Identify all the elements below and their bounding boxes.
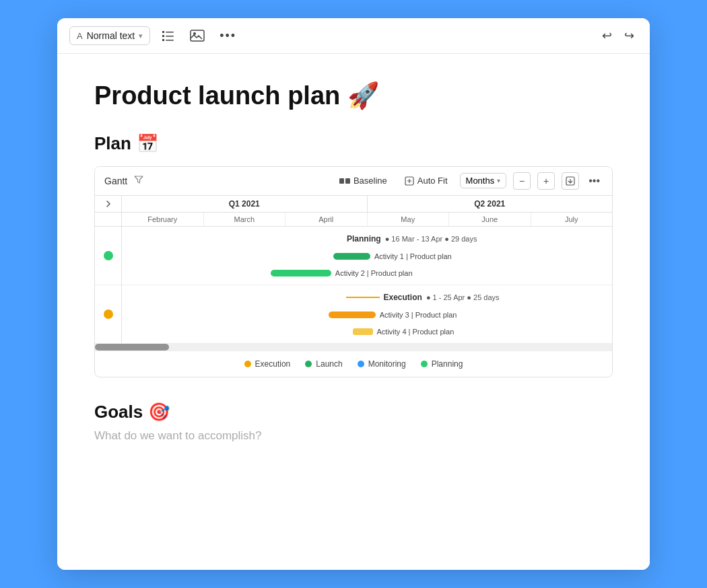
planning-header-label: Planning (347, 234, 381, 244)
month-may: May (368, 213, 450, 226)
plan-heading-text: Plan (94, 133, 131, 154)
month-mar: March (204, 213, 286, 226)
more-options-button[interactable]: ••• (216, 26, 240, 46)
gantt-scrollbar[interactable] (95, 344, 612, 351)
execution-header-row: Execution ● 1 - 25 Apr ● 25 days (126, 291, 608, 304)
gantt-toolbar: Gantt Baseline (95, 167, 612, 196)
export-button[interactable] (562, 172, 579, 190)
image-icon-button[interactable] (187, 26, 208, 46)
execution-header-bar (346, 297, 380, 298)
gantt-legend: Execution Launch Monitoring Planning (95, 351, 612, 377)
svg-rect-9 (345, 178, 350, 184)
planning-header-meta: ● 16 Mar - 13 Apr ● 29 days (385, 235, 477, 243)
activity-2-label: Activity 2 | Product plan (335, 269, 413, 277)
plan-heading-icon: 📅 (137, 133, 158, 154)
planning-dot (104, 251, 113, 260)
ellipsis-icon: ••• (220, 29, 236, 43)
activity-3-bar (329, 311, 376, 318)
baseline-button[interactable]: Baseline (334, 174, 393, 188)
goals-placeholder[interactable]: What do we want to accomplish? (94, 429, 613, 443)
legend-monitoring-label: Monitoring (368, 359, 406, 369)
gantt-toggle-button[interactable] (95, 196, 122, 212)
filter-icon[interactable] (134, 175, 143, 186)
legend-execution-dot (244, 361, 251, 367)
month-jul: July (531, 213, 613, 226)
months-label: Months (466, 176, 495, 186)
zoom-out-button[interactable]: − (513, 172, 531, 190)
autofit-button[interactable]: Auto Fit (399, 174, 453, 188)
redo-button[interactable]: ↪ (621, 25, 638, 46)
execution-activity-4-row: Activity 4 | Product plan (126, 326, 608, 338)
svg-rect-0 (162, 31, 164, 33)
plus-icon: + (543, 176, 549, 186)
planning-section: Planning ● 16 Mar - 13 Apr ● 29 days Act… (95, 227, 612, 285)
quarter-q2: Q2 2021 (368, 196, 613, 212)
activity-3-label: Activity 3 | Product plan (380, 311, 457, 319)
list-icon-button[interactable] (158, 26, 178, 45)
planning-rows: Planning ● 16 Mar - 13 Apr ● 29 days Act… (122, 227, 612, 285)
activity-4-bar (353, 328, 373, 335)
text-style-dropdown[interactable]: A Normal text ▾ (69, 26, 150, 45)
svg-rect-1 (166, 32, 174, 33)
svg-rect-3 (166, 36, 174, 37)
goals-heading: Goals 🎯 (94, 402, 613, 422)
svg-rect-4 (162, 39, 164, 41)
legend-launch: Launch (305, 359, 342, 369)
minus-icon: − (519, 176, 525, 186)
gantt-scrollbar-thumb[interactable] (95, 344, 169, 351)
svg-rect-2 (162, 35, 164, 37)
chevron-down-icon: ▾ (139, 32, 143, 40)
execution-section: Execution ● 1 - 25 Apr ● 25 days Activit… (95, 285, 612, 344)
planning-activity-2-row: Activity 2 | Product plan (126, 267, 608, 279)
gantt-label: Gantt (104, 176, 127, 186)
legend-launch-dot (305, 361, 312, 367)
execution-indicator (95, 285, 122, 343)
planning-indicator (95, 227, 122, 285)
gantt-widget: Gantt Baseline (94, 166, 613, 377)
undo-icon: ↩ (602, 28, 612, 43)
activity-1-bar (333, 253, 370, 260)
execution-activity-3-row: Activity 3 | Product plan (126, 309, 608, 321)
gantt-more-button[interactable]: ••• (586, 174, 603, 188)
month-feb: February (122, 213, 204, 226)
legend-execution-label: Execution (255, 359, 291, 369)
execution-header-label: Execution (384, 293, 422, 302)
page-content: Product launch plan 🚀 Plan 📅 Gantt (57, 54, 650, 570)
execution-rows: Execution ● 1 - 25 Apr ● 25 days Activit… (122, 285, 612, 343)
plan-section: Plan 📅 Gantt (94, 133, 613, 377)
toolbar: A Normal text ▾ ••• (57, 18, 650, 54)
text-format-icon: A (77, 31, 83, 41)
legend-planning-dot (421, 361, 428, 367)
autofit-label: Auto Fit (417, 176, 448, 186)
zoom-in-button[interactable]: + (537, 172, 555, 190)
baseline-label: Baseline (354, 176, 387, 186)
svg-rect-5 (166, 40, 174, 41)
page-title: Product launch plan 🚀 (94, 81, 613, 112)
execution-dot (104, 309, 113, 319)
gantt-month-headers: February March April May June July (95, 213, 612, 227)
undo-button[interactable]: ↩ (599, 25, 615, 46)
legend-launch-label: Launch (316, 359, 342, 369)
activity-4-label: Activity 4 | Product plan (377, 328, 454, 336)
goals-section: Goals 🎯 What do we want to accomplish? (94, 402, 613, 443)
text-style-label: Normal text (87, 30, 135, 41)
months-chevron-icon: ▾ (497, 177, 500, 184)
legend-monitoring-dot (358, 361, 364, 367)
month-jun: June (449, 213, 531, 226)
month-apr: April (285, 213, 368, 226)
execution-header-meta: ● 1 - 25 Apr ● 25 days (426, 293, 500, 301)
plan-heading: Plan 📅 (94, 133, 613, 154)
legend-planning-label: Planning (432, 359, 463, 369)
gantt-quarter-headers: Q1 2021 Q2 2021 (95, 196, 612, 213)
gantt-chart-area: Q1 2021 Q2 2021 February March April May (95, 196, 612, 351)
legend-monitoring: Monitoring (358, 359, 406, 369)
redo-icon: ↪ (624, 28, 634, 43)
planning-header-row: Planning ● 16 Mar - 13 Apr ● 29 days (126, 232, 608, 246)
planning-activity-1-row: Activity 1 | Product plan (126, 250, 608, 262)
goals-heading-icon: 🎯 (148, 402, 170, 422)
legend-planning: Planning (421, 359, 463, 369)
quarter-q1: Q1 2021 (122, 196, 368, 212)
svg-rect-8 (339, 178, 344, 184)
months-selector[interactable]: Months ▾ (460, 173, 507, 188)
activity-1-label: Activity 1 | Product plan (374, 252, 452, 260)
